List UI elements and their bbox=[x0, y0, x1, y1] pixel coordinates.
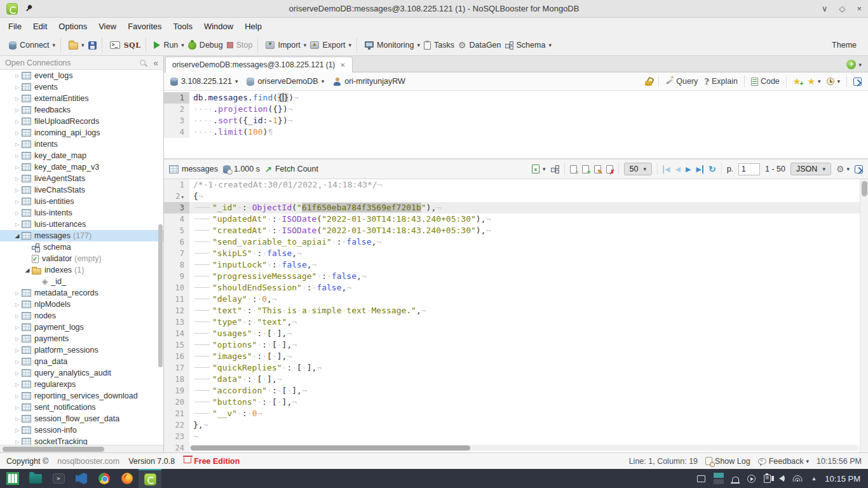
menu-help[interactable]: Help bbox=[239, 19, 268, 34]
add-favorite-icon[interactable]: ★ bbox=[793, 78, 801, 86]
query-builder-button[interactable]: Query bbox=[665, 77, 698, 86]
code-line-18[interactable]: 18"data"·:·[·],¬ bbox=[164, 374, 868, 385]
connect-button[interactable]: Connect▾ bbox=[9, 41, 55, 50]
collapsed-arrow-icon[interactable]: ▷ bbox=[13, 382, 22, 388]
code-line-4[interactable]: 4····.limit(100)¶ bbox=[164, 126, 868, 138]
sidebar-item-fileUploadRecords[interactable]: ▷fileUploadRecords bbox=[0, 116, 163, 127]
maximize-editor-icon[interactable] bbox=[853, 78, 862, 86]
monitoring-button[interactable]: Monitoring▾ bbox=[365, 41, 420, 50]
sidebar-item-payment_logs[interactable]: ▷payment_logs bbox=[0, 322, 163, 333]
sidebar-item-key_date_map_v3[interactable]: ▷key_date_map_v3 bbox=[0, 161, 163, 173]
sidebar-item-regularexps[interactable]: ▷regularexps bbox=[0, 379, 163, 390]
code-line-16[interactable]: 16"images"·:·[·],¬ bbox=[164, 351, 868, 362]
media-play-icon[interactable] bbox=[747, 475, 756, 483]
chevron-down-icon[interactable]: ▾ bbox=[858, 62, 862, 68]
sidebar-item-qna_data[interactable]: ▷qna_data bbox=[0, 356, 163, 367]
taskbar-terminal[interactable]: > bbox=[47, 469, 70, 488]
collapsed-arrow-icon[interactable]: ▷ bbox=[13, 325, 22, 330]
sidebar-item-luis-utterances[interactable]: ▷luis-utterances bbox=[0, 219, 163, 230]
breadcrumb-database[interactable]: oriserveDemoDB▾ bbox=[247, 77, 324, 86]
collapsed-arrow-icon[interactable]: ▷ bbox=[13, 393, 22, 399]
collapsed-arrow-icon[interactable]: ▷ bbox=[13, 187, 22, 193]
schema-button[interactable]: Schema▾ bbox=[505, 41, 552, 50]
sidebar-item-payments[interactable]: ▷payments bbox=[0, 333, 163, 344]
results-vertical-scrollbar[interactable] bbox=[860, 179, 868, 452]
taskbar-vscode[interactable] bbox=[70, 469, 93, 488]
collapsed-arrow-icon[interactable]: ▷ bbox=[13, 336, 22, 342]
schema-analyze-icon[interactable] bbox=[551, 165, 559, 173]
sidebar-item-schema[interactable]: schema bbox=[0, 241, 163, 253]
taskbar-firefox[interactable] bbox=[116, 469, 139, 488]
search-icon[interactable] bbox=[140, 60, 146, 65]
menu-options[interactable]: Options bbox=[53, 19, 93, 34]
sidebar-item-event_logs[interactable]: ▷event_logs bbox=[0, 70, 163, 81]
code-line-15[interactable]: 15"options"·:·[·],¬ bbox=[164, 339, 868, 351]
code-line-22[interactable]: 22},¬ bbox=[164, 419, 868, 431]
fold-arrow-icon[interactable]: ▾ bbox=[181, 194, 184, 200]
collapsed-arrow-icon[interactable]: ▷ bbox=[13, 348, 22, 353]
query-editor[interactable]: 1db.messages.find({})¬2····.projection({… bbox=[164, 91, 868, 159]
sidebar-vertical-scrollbar[interactable] bbox=[158, 224, 163, 367]
explain-button[interactable]: ?Explain bbox=[704, 77, 738, 86]
expanded-arrow-icon[interactable]: ◢ bbox=[23, 267, 32, 273]
view-document-icon[interactable] bbox=[570, 165, 577, 173]
taskbar-chrome[interactable] bbox=[93, 469, 116, 488]
sidebar-item-session_flow_user_data[interactable]: ▷session_flow_user_data bbox=[0, 413, 163, 424]
collapsed-arrow-icon[interactable]: ▷ bbox=[13, 119, 22, 125]
sidebar-item-_id_[interactable]: _id_ bbox=[0, 276, 163, 287]
sidebar-item-intents[interactable]: ▷intents bbox=[0, 139, 163, 150]
collapsed-arrow-icon[interactable]: ▷ bbox=[13, 130, 22, 136]
history-menu[interactable]: ▾ bbox=[827, 78, 840, 85]
results-horizontal-scrollbar[interactable] bbox=[189, 445, 859, 451]
sidebar-item-externalEntities[interactable]: ▷externalEntities bbox=[0, 93, 163, 104]
run-button[interactable]: Run▾ bbox=[154, 41, 184, 50]
code-line-13[interactable]: 13"type"·:·"text",¬ bbox=[164, 316, 868, 328]
code-line-9[interactable]: 9"progressiveMesssage"·:·false,¬ bbox=[164, 271, 868, 282]
collapsed-arrow-icon[interactable]: ▷ bbox=[13, 210, 22, 216]
panel-expand-icon[interactable]: ▲ bbox=[811, 475, 817, 482]
clipboard-icon[interactable] bbox=[764, 475, 771, 483]
sidebar-item-validator[interactable]: validator(empty) bbox=[0, 253, 163, 264]
fetch-count-button[interactable]: ↗Fetch Count bbox=[265, 165, 318, 174]
collapsed-arrow-icon[interactable]: ▷ bbox=[13, 153, 22, 159]
collapsed-arrow-icon[interactable]: ▷ bbox=[13, 176, 22, 182]
sidebar-item-session-info[interactable]: ▷session-info bbox=[0, 424, 163, 436]
site-link[interactable]: nosqlbooster.com bbox=[57, 457, 119, 466]
menu-favorites[interactable]: Favorites bbox=[122, 19, 167, 34]
tab-close-icon[interactable]: ✕ bbox=[340, 62, 345, 69]
shell-button[interactable]: >_ bbox=[110, 41, 120, 49]
tab-active[interactable]: oriserveDemoDB:messages@3.108.225.121 (1… bbox=[165, 57, 353, 72]
menu-window[interactable]: Window bbox=[198, 19, 239, 34]
sidebar-item-indexes[interactable]: ◢indexes(1) bbox=[0, 264, 163, 276]
edit-document-icon[interactable] bbox=[594, 165, 601, 173]
code-line-5[interactable]: 5"createdAt"·:·ISODate("2022-01-30T14:18… bbox=[164, 225, 868, 236]
collapsed-arrow-icon[interactable]: ▷ bbox=[13, 142, 22, 147]
collapsed-arrow-icon[interactable]: ▷ bbox=[13, 405, 22, 410]
sidebar-item-platform_sessions[interactable]: ▷platform_sessions bbox=[0, 344, 163, 356]
collapsed-arrow-icon[interactable]: ▷ bbox=[13, 73, 22, 79]
workspace-1[interactable] bbox=[714, 473, 724, 478]
import-button[interactable]: Import▾ bbox=[266, 41, 306, 50]
last-page-icon[interactable]: ▶ bbox=[696, 165, 703, 173]
code-line-11[interactable]: 11"delay"·:·0,¬ bbox=[164, 294, 868, 305]
workspace-switcher[interactable] bbox=[714, 473, 724, 484]
sidebar-item-feedbacks[interactable]: ▷feedbacks bbox=[0, 104, 163, 116]
code-line-7[interactable]: 7"skipLS"·:·false,¬ bbox=[164, 248, 868, 259]
code-line-14[interactable]: 14"usages"·:·[·],¬ bbox=[164, 328, 868, 339]
wifi-icon[interactable] bbox=[792, 475, 803, 482]
sidebar-item-metadata_records[interactable]: ▷metadata_records bbox=[0, 287, 163, 299]
notifications-bell-icon[interactable] bbox=[732, 477, 739, 482]
page-size-select[interactable]: 50▾ bbox=[624, 163, 652, 175]
collapsed-arrow-icon[interactable]: ▷ bbox=[13, 428, 22, 433]
show-log-button[interactable]: Show Log bbox=[705, 457, 750, 466]
code-line-3[interactable]: 3····.sort({_id:-1})¬ bbox=[164, 115, 868, 126]
collapsed-arrow-icon[interactable]: ▷ bbox=[13, 313, 22, 319]
sidebar-item-messages[interactable]: ◢messages(177) bbox=[0, 230, 163, 241]
save-button[interactable] bbox=[88, 41, 97, 50]
sidebar-item-liveAgentStats[interactable]: ▷liveAgentStats bbox=[0, 173, 163, 184]
code-line-2[interactable]: 2····.projection({})¬ bbox=[164, 104, 868, 115]
sidebar-item-nlpModels[interactable]: ▷nlpModels bbox=[0, 299, 163, 310]
sql-button[interactable]: SQL bbox=[124, 41, 141, 50]
new-tab-button[interactable]: + bbox=[846, 60, 856, 69]
show-desktop-icon[interactable] bbox=[697, 475, 705, 482]
